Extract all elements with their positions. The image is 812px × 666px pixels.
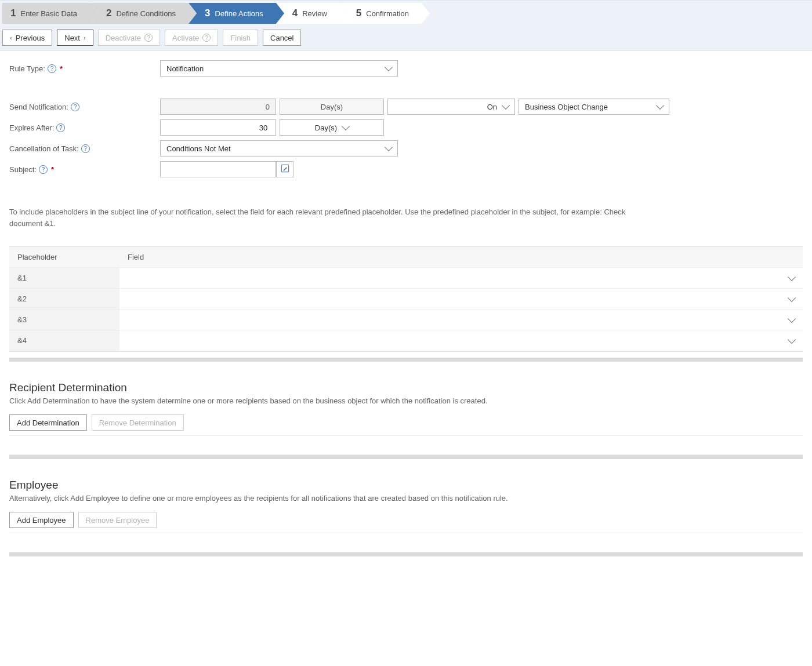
- send-notification-label: Send Notification: ?: [9, 103, 160, 111]
- remove-determination-button: Remove Determination: [92, 414, 184, 431]
- readonly-text: Day(s): [321, 103, 343, 111]
- placeholder-field-select[interactable]: [119, 310, 803, 330]
- cancellation-select[interactable]: Conditions Not Met: [160, 140, 398, 157]
- select-value: Day(s): [315, 123, 337, 132]
- chevron-down-icon: [788, 335, 796, 343]
- button-label: Add Employee: [17, 516, 66, 525]
- chevron-down-icon: [502, 101, 510, 110]
- placeholder-name: &3: [9, 310, 119, 330]
- button-label: Add Determination: [17, 418, 79, 427]
- step-number: 5: [356, 8, 361, 19]
- placeholder-field-select[interactable]: [119, 289, 803, 310]
- table-row: &1: [9, 268, 803, 289]
- expires-value-input[interactable]: [160, 119, 276, 136]
- select-value: On: [487, 103, 497, 111]
- edit-subject-button[interactable]: [276, 161, 293, 177]
- help-icon[interactable]: ?: [56, 123, 65, 132]
- cancel-button[interactable]: Cancel: [263, 30, 301, 46]
- rule-type-label: Rule Type: ? *: [9, 64, 160, 73]
- finish-button: Finish: [223, 30, 258, 46]
- table-row: &2: [9, 289, 803, 310]
- recipient-section: Recipient Determination Click Add Determ…: [9, 381, 803, 459]
- help-icon[interactable]: ?: [81, 144, 90, 153]
- chevron-left-icon: ‹: [10, 34, 12, 41]
- placeholder-field-select[interactable]: [119, 268, 803, 289]
- wizard-step-5[interactable]: 5 Confirmation: [340, 3, 422, 24]
- add-determination-button[interactable]: Add Determination: [9, 414, 87, 431]
- chevron-down-icon: [385, 143, 393, 151]
- previous-button[interactable]: ‹ Previous: [2, 30, 52, 46]
- readonly-text: 0: [266, 103, 270, 111]
- required-marker: *: [60, 64, 63, 73]
- chevron-down-icon: [385, 63, 393, 71]
- employee-section: Employee Alternatively, click Add Employ…: [9, 479, 803, 556]
- placeholder-name: &4: [9, 330, 119, 351]
- help-icon: ?: [144, 34, 153, 42]
- step-label: Define Conditions: [116, 9, 176, 18]
- table-scrollbar[interactable]: [9, 358, 803, 362]
- label-text: Expires After:: [9, 123, 54, 132]
- button-label: Previous: [16, 34, 45, 42]
- input-text[interactable]: [166, 165, 272, 174]
- send-offset-value: 0: [160, 99, 276, 115]
- required-marker: *: [51, 165, 54, 174]
- help-icon[interactable]: ?: [71, 103, 79, 111]
- wizard-step-1[interactable]: 1 Enter Basic Data: [2, 3, 90, 24]
- subject-input[interactable]: [160, 161, 276, 177]
- table-scrollbar[interactable]: [9, 455, 803, 459]
- step-number: 4: [292, 8, 298, 19]
- label-text: Cancellation of Task:: [9, 144, 79, 153]
- step-label: Review: [302, 9, 327, 18]
- button-label: Next: [64, 34, 80, 42]
- help-icon: ?: [202, 34, 211, 42]
- chevron-down-icon: [788, 272, 796, 281]
- determination-list-empty: [9, 435, 803, 455]
- help-icon[interactable]: ?: [48, 64, 56, 73]
- col-placeholder: Placeholder: [9, 247, 119, 268]
- label-text: Rule Type:: [9, 64, 45, 73]
- help-icon[interactable]: ?: [39, 165, 48, 174]
- wizard-step-3[interactable]: 3 Define Actions: [188, 3, 276, 24]
- rule-type-select[interactable]: Notification: [160, 60, 398, 77]
- label-text: Send Notification:: [9, 103, 68, 111]
- placeholder-hint: To include placeholders in the subject l…: [9, 206, 647, 229]
- button-label: Finish: [230, 34, 251, 42]
- step-number: 2: [106, 8, 111, 19]
- chevron-down-icon: [788, 314, 796, 322]
- next-button[interactable]: Next ›: [57, 30, 93, 46]
- section-title: Recipient Determination: [9, 381, 803, 394]
- subject-label: Subject: ? *: [9, 165, 160, 174]
- step-number: 3: [205, 8, 210, 19]
- wizard-steps: 1 Enter Basic Data 2 Define Conditions 3…: [2, 3, 812, 24]
- deactivate-button: Deactivate ?: [98, 30, 160, 46]
- expires-after-label: Expires After: ?: [9, 123, 160, 132]
- wizard-step-4[interactable]: 4 Review: [276, 3, 340, 24]
- select-value: Conditions Not Met: [166, 144, 231, 153]
- wizard-step-2[interactable]: 2 Define Conditions: [90, 3, 188, 24]
- add-employee-button[interactable]: Add Employee: [9, 512, 74, 528]
- placeholder-table: Placeholder Field &1 &2 &3 &4: [9, 246, 803, 352]
- placeholder-field-select[interactable]: [119, 330, 803, 351]
- placeholder-name: &2: [9, 289, 119, 310]
- section-description: Click Add Determination to have the syst…: [9, 396, 803, 405]
- label-text: Subject:: [9, 165, 37, 174]
- step-label: Enter Basic Data: [20, 9, 77, 18]
- table-scrollbar[interactable]: [9, 552, 803, 556]
- activate-button: Activate ?: [165, 30, 218, 46]
- chevron-down-icon: [788, 293, 796, 301]
- select-value: Business Object Change: [525, 103, 608, 111]
- cancellation-label: Cancellation of Task: ?: [9, 144, 160, 153]
- button-label: Cancel: [270, 34, 293, 42]
- button-label: Activate: [172, 34, 199, 42]
- step-number: 1: [10, 8, 16, 19]
- section-title: Employee: [9, 479, 803, 492]
- button-label: Remove Employee: [86, 516, 150, 525]
- select-value: Notification: [166, 64, 204, 73]
- input-text[interactable]: [166, 123, 269, 133]
- send-relation-select[interactable]: On: [387, 99, 515, 115]
- button-label: Deactivate: [106, 34, 141, 42]
- send-event-select[interactable]: Business Object Change: [519, 99, 669, 115]
- expires-unit-select[interactable]: Day(s): [280, 119, 384, 136]
- button-label: Remove Determination: [99, 418, 176, 427]
- chevron-down-icon: [656, 101, 664, 110]
